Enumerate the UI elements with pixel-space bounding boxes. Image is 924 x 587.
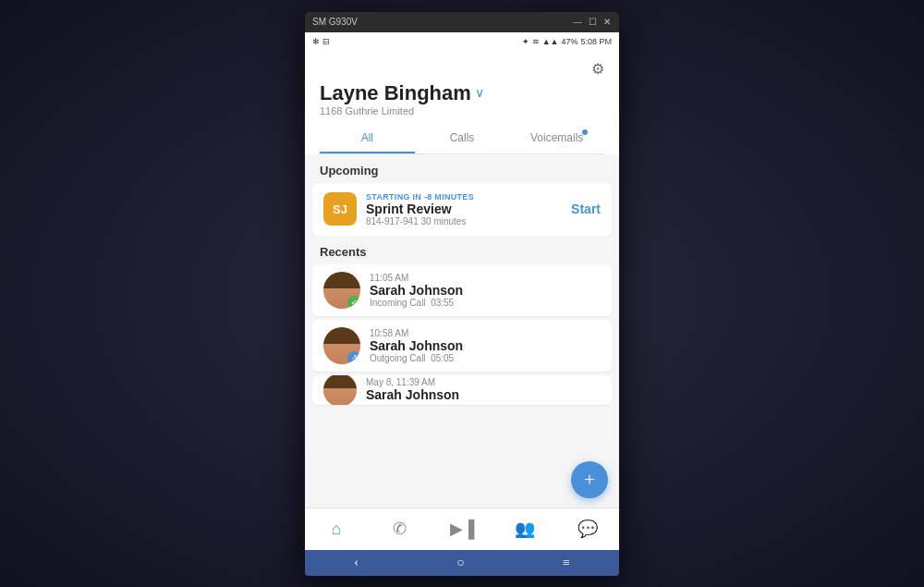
chevron-down-icon[interactable]: ∨ [475,85,484,101]
nav-video[interactable]: ▶▐ [431,508,493,550]
avatar-hair [323,375,357,388]
upcoming-info: STARTING IN -8 MINUTES Sprint Review 814… [366,192,562,226]
back-button[interactable]: ‹ [354,556,359,570]
upcoming-starting-label: STARTING IN -8 MINUTES [366,192,562,202]
user-name-row: Layne Bingham ∨ [320,81,604,105]
upcoming-card[interactable]: SJ STARTING IN -8 MINUTES Sprint Review … [312,183,612,236]
tab-voicemails[interactable]: Voicemails [509,124,604,153]
app-icon: ✻ [312,37,320,46]
avatar-face [323,375,357,405]
window-controls: — ☐ ✕ [573,18,612,27]
recent-name: Sarah Johnson [370,338,601,353]
video-icon: ▶▐ [450,519,475,539]
bluetooth-icon: ✦ [522,37,529,46]
recent-name: Sarah Johnson [370,283,601,298]
tab-calls[interactable]: Calls [415,124,510,153]
recent-time: May 8, 11:39 AM [366,377,601,387]
bottom-nav: ⌂ ✆ ▶▐ 👥 💬 [305,508,619,550]
android-nav-bar: ‹ ○ ≡ [305,550,619,576]
battery-text: 47% [561,37,578,46]
status-left: ✻ ⊟ [312,37,330,46]
home-button[interactable]: ○ [456,556,464,570]
incoming-call-badge: ↙ [347,296,360,309]
home-icon: ⌂ [332,520,342,539]
recent-time: 10:58 AM [370,328,601,338]
settings-icon[interactable]: ⚙ [591,60,604,78]
nav-phone[interactable]: ✆ [368,508,431,550]
messages-icon: 💬 [578,519,598,539]
wifi-icon: ≋ [532,37,540,46]
nav-messages[interactable]: 💬 [556,508,619,550]
user-name: Layne Bingham [320,81,471,105]
upcoming-avatar: SJ [323,192,357,226]
upcoming-title: Sprint Review [366,202,562,216]
sim-icon: ⊟ [322,37,330,46]
tabs-bar: All Calls Voicemails [320,124,604,154]
tab-all[interactable]: All [320,124,415,153]
recent-info: 11:05 AM Sarah Johnson Incoming Call 03:… [370,273,601,308]
nav-contacts[interactable]: 👥 [493,508,556,550]
window-title: SM G930V [312,17,358,27]
avatar-hair [323,327,360,344]
avatar: ↗ [323,327,360,364]
avatar-hair [323,272,360,288]
recent-info: 10:58 AM Sarah Johnson Outgoing Call 05:… [370,328,601,363]
recent-time: 11:05 AM [370,273,601,283]
start-button[interactable]: Start [571,202,601,216]
user-subtitle: 1168 Guthrie Limited [320,105,604,116]
minimize-button[interactable]: — [573,18,582,27]
recent-call-type: Outgoing Call 05:05 [370,353,601,363]
phone-icon: ✆ [393,519,407,539]
outgoing-call-badge: ↗ [347,351,360,364]
header-top: ⚙ [320,60,604,78]
menu-button[interactable]: ≡ [563,556,570,570]
avatar [323,375,357,405]
time-display: 5:08 PM [580,37,612,46]
upcoming-section-label: Upcoming [305,154,619,183]
fab-add-button[interactable]: + [571,461,608,498]
header-section: ⚙ Layne Bingham ∨ 1168 Guthrie Limited A… [305,51,619,154]
recent-call-type: Incoming Call 03:55 [370,298,601,308]
signal-icon: ▲▲ [542,37,559,46]
title-bar: SM G930V — ☐ ✕ [305,12,619,32]
phone-frame: SM G930V — ☐ ✕ ✻ ⊟ ✦ ≋ ▲▲ 47% 5:08 PM ⚙ … [305,12,619,576]
recent-info: May 8, 11:39 AM Sarah Johnson [366,377,601,402]
recent-item-partial[interactable]: May 8, 11:39 AM Sarah Johnson [312,375,612,405]
recent-item[interactable]: ↗ 10:58 AM Sarah Johnson Outgoing Call 0… [312,320,612,372]
status-right: ✦ ≋ ▲▲ 47% 5:08 PM [522,37,612,46]
status-bar: ✻ ⊟ ✦ ≋ ▲▲ 47% 5:08 PM [305,32,619,51]
voicemail-dot [582,129,588,135]
recent-name: Sarah Johnson [366,387,601,402]
contacts-icon: 👥 [515,519,535,539]
recents-section-label: Recents [305,236,619,264]
phone-content: ⚙ Layne Bingham ∨ 1168 Guthrie Limited A… [305,51,619,508]
avatar: ↙ [323,272,360,309]
maximize-button[interactable]: ☐ [588,18,597,27]
nav-home[interactable]: ⌂ [305,508,368,550]
recent-item[interactable]: ↙ 11:05 AM Sarah Johnson Incoming Call 0… [312,264,612,316]
close-button[interactable]: ✕ [602,18,612,27]
upcoming-details: 814-917-941 30 minutes [366,216,562,226]
